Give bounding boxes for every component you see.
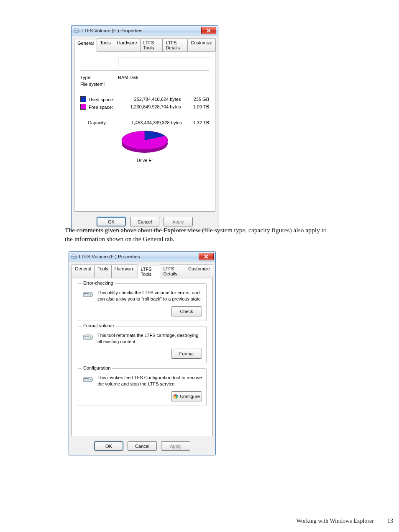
free-swatch-icon	[80, 104, 86, 110]
svg-point-12	[90, 337, 91, 337]
separator	[80, 91, 209, 91]
svg-rect-9	[84, 293, 89, 294]
capacity-bytes: 1,453,434,339,328 bytes	[125, 119, 189, 126]
free-label: Free space:	[89, 105, 113, 110]
tabstrip: General Tools Hardware LTFS Tools LTFS D…	[69, 262, 215, 278]
group-configuration: Configuration This invokes the LTFS Conf…	[78, 368, 207, 406]
window-title: LTFS Volume (F:) Properties	[79, 254, 199, 259]
used-label: Used space:	[89, 97, 114, 102]
close-button[interactable]	[199, 253, 214, 260]
tab-hardware[interactable]: Hardware	[114, 39, 141, 51]
tab-tools[interactable]: Tools	[94, 265, 112, 278]
svg-point-8	[75, 257, 76, 258]
close-icon	[204, 254, 209, 259]
svg-point-2	[78, 31, 79, 32]
tab-ltfs-tools[interactable]: LTFS Tools	[138, 265, 161, 278]
group-description: This utility checks the LTFS volume for …	[97, 290, 202, 302]
drive-icon	[82, 375, 93, 383]
format-button[interactable]: Format	[171, 349, 202, 359]
separator	[80, 115, 209, 115]
svg-point-14	[90, 379, 91, 380]
drive-icon	[82, 290, 93, 298]
volume-name-input[interactable]	[118, 57, 211, 66]
separator	[80, 169, 209, 169]
tab-general[interactable]: General	[74, 39, 97, 52]
body-paragraph: The comments given above about the Explo…	[65, 226, 332, 244]
used-swatch-icon	[80, 96, 86, 102]
properties-dialog-ltfs-tools: LTFS Volume (F:) Properties General Tool…	[69, 251, 216, 455]
cancel-button[interactable]: Cancel	[128, 441, 157, 451]
configure-button-label: Configure	[180, 394, 200, 399]
app-icon	[71, 253, 77, 260]
app-icon	[73, 27, 80, 34]
properties-dialog-general: LTFS Volume (F:) Properties General Tool…	[71, 25, 218, 231]
capacity-human: 1.32 TB	[189, 119, 209, 126]
tab-hardware[interactable]: Hardware	[111, 265, 138, 278]
footer-section: Working with Windows Explorer	[296, 518, 374, 524]
tabstrip: General Tools Hardware LTFS Tools LTFS D…	[72, 36, 218, 51]
titlebar[interactable]: LTFS Volume (F:) Properties	[69, 252, 215, 262]
free-bytes: 1,200,649,928,704 bytes	[123, 103, 187, 111]
tab-panel-ltfs-tools: Error-checking This utility checks the L…	[72, 278, 213, 436]
group-error-checking: Error-checking This utility checks the L…	[78, 283, 207, 321]
used-bytes: 252,784,410,624 bytes	[123, 95, 187, 103]
tab-ltfs-details[interactable]: LTFS Details	[162, 39, 188, 51]
group-title: Configuration	[82, 365, 112, 370]
group-title: Format volume	[82, 323, 115, 328]
uac-shield-icon	[173, 394, 178, 399]
usage-pie-chart	[80, 129, 209, 155]
page-footer: Working with Windows Explorer 13	[0, 518, 393, 524]
apply-button[interactable]: Apply	[161, 441, 190, 451]
group-format-volume: Format volume This tool reformats the LT…	[78, 326, 207, 364]
separator	[80, 70, 209, 71]
type-value: RAM Disk	[118, 75, 138, 80]
close-button[interactable]	[201, 27, 216, 34]
cancel-button[interactable]: Cancel	[130, 217, 159, 226]
close-icon	[206, 28, 211, 33]
drive-icon	[82, 332, 93, 341]
capacity-label: Capacity:	[80, 119, 125, 126]
window-title: LTFS Volume (F:) Properties	[82, 28, 201, 33]
tab-tools[interactable]: Tools	[97, 39, 114, 51]
svg-point-10	[90, 294, 91, 295]
group-title: Error-checking	[82, 280, 115, 285]
space-table: Used space: 252,784,410,624 bytes 235 GB…	[80, 95, 209, 111]
free-human: 1.09 TB	[188, 103, 210, 111]
tab-general[interactable]: General	[72, 265, 95, 278]
tab-customize[interactable]: Customize	[185, 265, 213, 278]
filesystem-label: File system:	[80, 82, 118, 87]
configure-button[interactable]: Configure	[171, 391, 202, 401]
used-human: 235 GB	[188, 95, 210, 103]
svg-rect-7	[72, 255, 76, 256]
svg-rect-13	[84, 378, 89, 379]
page-number: 13	[380, 518, 393, 524]
tab-customize[interactable]: Customize	[187, 39, 216, 51]
titlebar[interactable]: LTFS Volume (F:) Properties	[72, 26, 218, 36]
apply-button[interactable]: Apply	[164, 217, 193, 226]
tab-panel-general: Type: RAM Disk File system: Used space: …	[74, 51, 215, 212]
group-description: This invokes the LTFS Configuration tool…	[97, 375, 202, 387]
ok-button[interactable]: OK	[94, 441, 123, 451]
tab-ltfs-tools[interactable]: LTFS Tools	[140, 39, 163, 51]
svg-rect-11	[84, 336, 89, 337]
svg-rect-1	[74, 29, 79, 30]
check-button[interactable]: Check	[171, 306, 202, 316]
ok-button[interactable]: OK	[97, 217, 126, 226]
tab-ltfs-details[interactable]: LTFS Details	[160, 265, 185, 278]
capacity-row: Capacity: 1,453,434,339,328 bytes 1.32 T…	[80, 119, 209, 126]
type-label: Type:	[80, 75, 118, 80]
drive-label: Drive F:	[80, 158, 209, 163]
group-description: This tool reformats the LTFS cartridge, …	[97, 332, 202, 345]
dialog-button-row: OK Cancel Apply	[69, 439, 215, 455]
